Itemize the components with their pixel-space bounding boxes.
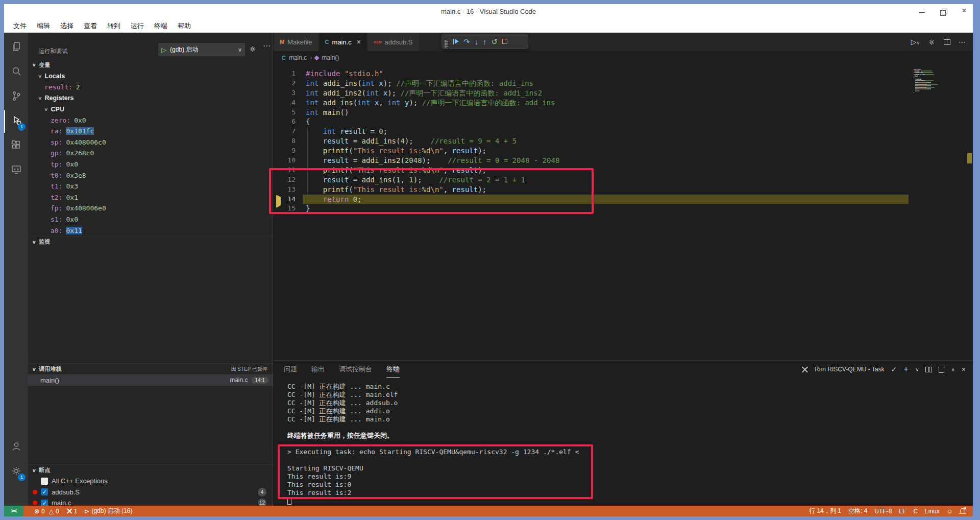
- variable-row-t1[interactable]: t1:0x3: [28, 181, 273, 192]
- sidebar-item-explorer[interactable]: [4, 37, 28, 59]
- call-stack-header[interactable]: ∨ 调用堆栈 因 STEP 已暂停: [28, 363, 273, 374]
- terminal-dropdown-icon[interactable]: ∨: [915, 367, 919, 372]
- remote-indicator[interactable]: ><: [4, 506, 23, 516]
- breakpoint-row-1[interactable]: ✓addsub.S4: [28, 487, 273, 498]
- split-editor-icon[interactable]: [944, 39, 950, 45]
- tree-group-cpu[interactable]: ∨CPU: [28, 104, 273, 115]
- code-line-14[interactable]: 14 return 0;: [274, 195, 973, 204]
- settings-button[interactable]: 1: [4, 461, 28, 483]
- panel-tab-3[interactable]: 终端: [386, 361, 400, 378]
- run-or-debug-icon[interactable]: ▷∨: [911, 38, 920, 46]
- close-icon[interactable]: [962, 9, 968, 15]
- sidebar-item-search[interactable]: [4, 61, 28, 84]
- sidebar-item-extensions[interactable]: [4, 135, 28, 157]
- split-terminal-icon[interactable]: [925, 367, 932, 372]
- encoding-status[interactable]: UTF-8: [871, 506, 895, 516]
- variable-row-zero[interactable]: zero:0x0: [28, 114, 273, 126]
- code-line-9[interactable]: 9 printf("This result is:%d\n", result);: [274, 146, 973, 156]
- variables-header[interactable]: ∨ 变量: [28, 59, 273, 70]
- variable-row-tp[interactable]: tp:0x0: [28, 159, 273, 170]
- code-line-15[interactable]: 15}: [274, 204, 973, 214]
- maximize-panel-icon[interactable]: ∧: [951, 367, 954, 372]
- settings-gear-icon[interactable]: [928, 38, 936, 46]
- breadcrumb-file[interactable]: main.c: [289, 54, 307, 61]
- account-button[interactable]: [4, 436, 28, 459]
- tree-group-locals[interactable]: ∨Locals: [28, 70, 273, 82]
- panel-tab-1[interactable]: 输出: [311, 361, 325, 378]
- menu-item-3[interactable]: 查看: [79, 20, 102, 32]
- menu-item-4[interactable]: 转到: [102, 20, 126, 32]
- variable-row-t2[interactable]: t2:0x1: [28, 192, 273, 203]
- watch-header[interactable]: ∨ 监视: [28, 236, 273, 247]
- feedback-icon[interactable]: ☺: [943, 506, 957, 516]
- close-panel-icon[interactable]: ×: [962, 365, 966, 373]
- breakpoint-checkbox[interactable]: [41, 478, 48, 485]
- os-status[interactable]: Linux: [921, 506, 943, 516]
- more-actions-icon[interactable]: ⋯: [959, 38, 966, 46]
- minimize-icon[interactable]: [919, 9, 925, 15]
- code-line-1[interactable]: 1#include "stdio.h": [274, 69, 973, 79]
- sidebar-item-source-control[interactable]: [4, 86, 28, 108]
- tab-addsub-s[interactable]: ASMaddsub.S: [368, 33, 419, 51]
- eol-status[interactable]: LF: [895, 506, 910, 516]
- breakpoints-header[interactable]: ∨ 断点: [28, 464, 273, 476]
- minimap[interactable]: [914, 69, 965, 105]
- more-actions-icon[interactable]: ⋯: [263, 41, 271, 51]
- cursor-position-status[interactable]: 行 14，列 1: [805, 506, 845, 516]
- menu-item-5[interactable]: 运行: [126, 20, 149, 32]
- variable-row-t0[interactable]: t0:0x3e8: [28, 170, 273, 181]
- terminal-output[interactable]: CC -[M] 正在构建 ... main.cCC -[M] 正在构建 ... …: [287, 383, 579, 505]
- drag-handle-icon[interactable]: [445, 41, 446, 42]
- stop-icon[interactable]: [502, 39, 507, 44]
- code-line-6[interactable]: 6{: [274, 117, 973, 127]
- menu-item-7[interactable]: 帮助: [173, 20, 196, 32]
- indentation-status[interactable]: 空格: 4: [845, 506, 871, 516]
- debug-session-status[interactable]: ⊳ (gdb) 启动 (16): [81, 506, 136, 516]
- problems-status[interactable]: ⊗0 △0: [31, 506, 63, 516]
- breadcrumb[interactable]: C main.c › main(): [274, 51, 973, 64]
- code-line-5[interactable]: 5int main(): [274, 108, 973, 117]
- continue-icon[interactable]: [453, 39, 459, 44]
- variable-row-result[interactable]: result:2: [28, 82, 273, 93]
- breakpoint-row-0[interactable]: All C++ Exceptions: [28, 476, 273, 487]
- tab-makefile[interactable]: MMakefile: [274, 33, 318, 51]
- restart-icon[interactable]: ↺: [492, 38, 498, 45]
- code-editor[interactable]: 1#include "stdio.h"2int addi_ins(int x);…: [274, 69, 973, 360]
- code-line-11[interactable]: 11 printf("This result is:%d\n", result)…: [274, 166, 973, 175]
- kill-terminal-icon[interactable]: [939, 367, 944, 373]
- variable-row-sp[interactable]: sp:0x408006c0: [28, 137, 273, 148]
- launch-config-dropdown[interactable]: ▷ (gdb) 启动 ∨: [158, 43, 245, 56]
- close-tab-icon[interactable]: ×: [357, 38, 361, 46]
- sidebar-item-run-debug[interactable]: 1: [4, 110, 28, 133]
- code-line-12[interactable]: 12 result = add_ins(1, 1); //result = 2 …: [274, 175, 973, 185]
- start-debug-icon[interactable]: ▷: [161, 46, 166, 54]
- running-tasks-status[interactable]: 1: [63, 506, 81, 516]
- code-line-3[interactable]: 3int addi_ins2(int x); //声明一下汇编语言中的函数: a…: [274, 88, 973, 98]
- sidebar-item-remote-explorer[interactable]: [4, 159, 28, 182]
- menu-item-6[interactable]: 终端: [149, 20, 173, 32]
- variable-row-fp[interactable]: fp:0x408006e0: [28, 203, 273, 214]
- step-over-icon[interactable]: ↷: [463, 38, 470, 45]
- language-status[interactable]: C: [910, 506, 921, 516]
- variable-row-a0[interactable]: a0:0x11: [28, 225, 273, 236]
- stack-frame-row[interactable]: main() main.c 14:1: [28, 374, 273, 386]
- menu-item-0[interactable]: 文件: [8, 20, 32, 32]
- code-line-7[interactable]: 7 int result = 0;: [274, 127, 973, 136]
- panel-tab-0[interactable]: 问题: [284, 361, 297, 378]
- menu-item-1[interactable]: 编辑: [32, 20, 55, 32]
- tab-main-c[interactable]: Cmain.c×: [319, 33, 367, 51]
- variable-row-ra[interactable]: ra:0x101fc: [28, 126, 273, 137]
- debug-settings-gear-icon[interactable]: [249, 45, 257, 53]
- code-line-13[interactable]: 13 printf("This result is:%d\n", result)…: [274, 185, 973, 195]
- step-out-icon[interactable]: ↑: [483, 38, 487, 45]
- code-line-2[interactable]: 2int addi_ins(int x); //声明一下汇编语言中的函数: ad…: [274, 79, 973, 88]
- step-into-icon[interactable]: ↓: [475, 38, 479, 45]
- menu-item-2[interactable]: 选择: [55, 20, 79, 32]
- variable-row-gp[interactable]: gp:0x268c0: [28, 148, 273, 159]
- terminal-task-label[interactable]: Run RISCV-QEMU - Task: [815, 366, 884, 373]
- panel-tab-2[interactable]: 调试控制台: [339, 361, 372, 378]
- tree-group-registers[interactable]: ∨Registers: [28, 92, 273, 104]
- breakpoint-checkbox[interactable]: ✓: [41, 488, 48, 495]
- code-line-4[interactable]: 4int add_ins(int x, int y); //声明一下汇编语言中的…: [274, 98, 973, 108]
- breadcrumb-symbol[interactable]: main(): [322, 54, 339, 61]
